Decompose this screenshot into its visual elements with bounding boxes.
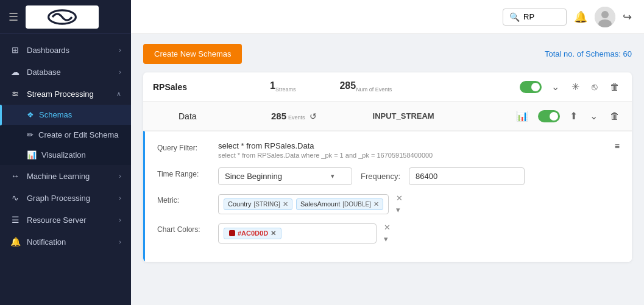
search-icon: 🔍 [509,12,520,22]
sidebar-item-create-edit-schema[interactable]: ✏ Create or Edit Schema [0,125,131,145]
share-icon[interactable]: ⎋ [589,79,600,95]
database-icon: ☁ [10,67,21,77]
query-sub-text: select * from RPSales.Data where _pk = 1… [218,152,598,159]
color-dot [229,230,235,236]
sidebar-item-label: Dashboards [27,46,113,55]
country-tag-label: Country [228,200,252,208]
metric-actions: ✕ ▾ [396,194,403,214]
schema-toggle[interactable] [520,81,542,93]
create-new-schemas-button[interactable]: Create New Schemas [143,44,242,64]
metric-close-icon[interactable]: ✕ [396,194,403,203]
topbar: 🔍 🔔 ↪ [131,0,644,34]
stream-events-stat: 285 Events ↺ [271,111,317,121]
sidebar-item-machine-learning[interactable]: ↔ Machine Learning › [0,165,131,187]
sidebar-item-visualization[interactable]: 📊 Visualization [0,145,131,165]
schemas-label: Schemas [39,110,72,119]
delete-icon[interactable]: 🗑 [607,79,622,95]
chevron-down-icon: ▾ [331,172,334,180]
bar-chart-icon[interactable]: 📊 [514,108,531,124]
refresh-icon[interactable]: ↺ [310,111,317,121]
color-close-icon[interactable]: ✕ [384,223,391,232]
filter-icon[interactable]: ≡ [615,141,620,151]
metric-tag-country: Country [STRING] ✕ [224,198,292,210]
country-type: [STRING] [254,201,280,208]
chevron-down-icon[interactable]: ⌄ [587,108,600,124]
sidebar-item-schemas[interactable]: ❖ Schemas [0,105,131,125]
dashboards-icon: ⊞ [10,45,21,55]
delete-stream-icon[interactable]: 🗑 [607,108,622,124]
color-chevron-down-icon[interactable]: ▾ [384,234,391,244]
color-tag-close[interactable]: ✕ [271,230,276,237]
asterisk-icon[interactable]: ✳ [569,79,582,95]
visualization-icon: 📊 [27,150,37,160]
chevron-right-icon: › [119,46,121,54]
resource-server-icon: ☰ [10,215,21,225]
color-container: #AC0D0D ✕ [218,223,377,244]
metric-row: Metric: Country [STRING] ✕ SalesAmount [… [157,194,620,214]
sales-amount-tag-close[interactable]: ✕ [373,200,379,208]
total-schemas-count: Total no. of Schemas: 60 [545,49,632,58]
notification-bell-icon[interactable]: 🔔 [574,10,587,24]
chevron-right-icon: › [119,172,121,180]
streams-count: 1Streams [270,80,295,93]
schema-streams-stat: 1Streams [270,80,295,93]
time-range-select[interactable]: Since Beginning ▾ [218,167,352,185]
query-filter-label: Query Filter: [157,141,206,152]
metric-container: Country [STRING] ✕ SalesAmount [DOUBLE] … [218,194,389,214]
query-filter-value: select * from RPSales.Data select * from… [218,141,598,159]
frequency-label: Frequency: [361,172,400,181]
search-container[interactable]: 🔍 [503,9,567,26]
events-sub-label: Events [288,114,305,121]
stream-row: Data 285 Events ↺ INPUT_STREAM 📊 ⬆ ⌄ 🗑 [143,102,632,131]
content-area: Create New Schemas Total no. of Schemas:… [131,34,644,305]
sidebar-item-database[interactable]: ☁ Database › [0,61,131,83]
edit-icon: ✏ [27,130,34,139]
detail-panel: Query Filter: select * from RPSales.Data… [143,131,632,262]
time-range-value: Since Beginning [225,172,282,181]
color-tag: #AC0D0D ✕ [224,228,281,239]
time-range-label: Time Range: [157,167,206,178]
time-range-row: Time Range: Since Beginning ▾ Frequency: [157,167,620,185]
visualization-label: Visualization [41,150,86,160]
logout-icon[interactable]: ↪ [623,10,632,24]
sidebar-logo [26,5,99,29]
main-area: 🔍 🔔 ↪ Create New Schemas Total no. of Sc… [131,0,644,305]
time-frequency-row: Since Beginning ▾ Frequency: [218,167,525,185]
sidebar-header: ☰ [0,0,131,34]
avatar[interactable] [595,7,615,27]
create-edit-label: Create or Edit Schema [38,130,119,139]
chevron-down-icon[interactable]: ⌄ [549,79,562,95]
sidebar-item-label: Graph Processing [27,194,113,203]
query-main-text: select * from RPSales.Data [218,141,598,150]
chart-colors-row: Chart Colors: #AC0D0D ✕ ✕ ▾ [157,223,620,244]
chevron-right-icon: › [119,238,121,245]
chevron-right-icon: › [119,194,121,202]
content-header: Create New Schemas Total no. of Schemas:… [143,44,632,64]
schema-events-stat: 285Num of Events [339,80,392,93]
stream-processing-icon: ≋ [10,89,21,99]
notification-icon: 🔔 [10,237,21,247]
schema-row: RPSales 1Streams 285Num of Events ⌄ ✳ ⎋ … [143,72,632,102]
chevron-right-icon: › [119,68,121,75]
schema-card: RPSales 1Streams 285Num of Events ⌄ ✳ ⎋ … [143,72,632,262]
metric-chevron-down-icon[interactable]: ▾ [396,205,403,214]
stream-type: INPUT_STREAM [373,111,434,121]
schema-name: RPSales [153,82,226,92]
sidebar-item-label: Database [27,68,113,77]
hamburger-button[interactable]: ☰ [9,10,18,24]
search-input[interactable] [523,12,560,21]
sidebar-item-resource-server[interactable]: ☰ Resource Server › [0,209,131,231]
sales-amount-type: [DOUBLE] [342,201,371,208]
frequency-input[interactable] [409,167,525,185]
machine-learning-icon: ↔ [10,171,21,181]
sidebar-item-notification[interactable]: 🔔 Notification › [0,231,131,253]
sidebar-item-dashboards[interactable]: ⊞ Dashboards › [0,39,131,61]
schemas-icon: ❖ [27,110,34,119]
svg-point-2 [601,11,609,18]
upload-icon[interactable]: ⬆ [567,108,580,124]
sidebar-item-stream-processing[interactable]: ≋ Stream Processing ∧ [0,83,131,105]
country-tag-close[interactable]: ✕ [283,200,288,208]
stream-toggle[interactable] [538,110,560,122]
stream-processing-submenu: ❖ Schemas ✏ Create or Edit Schema 📊 Visu… [0,105,131,165]
sidebar-item-graph-processing[interactable]: ∿ Graph Processing › [0,187,131,209]
